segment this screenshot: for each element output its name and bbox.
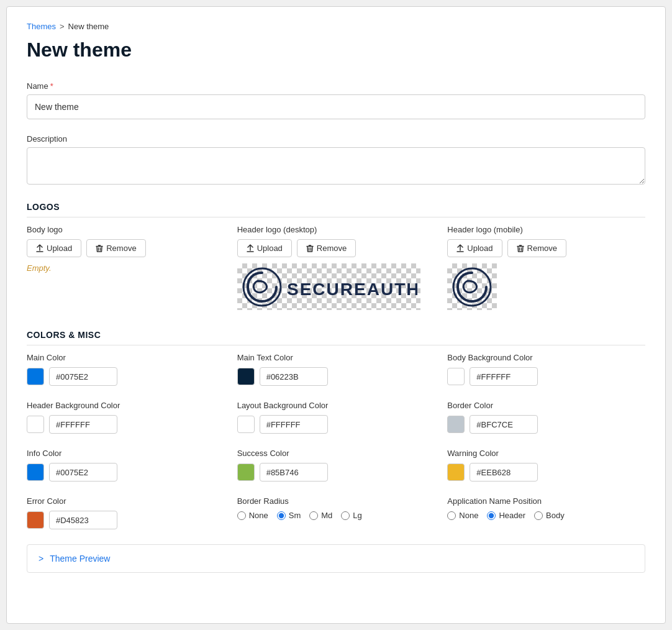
header-logo-mobile-item: Header logo (mobile) Upload Remove xyxy=(447,225,645,310)
success-color-label: Success Color xyxy=(237,449,435,458)
layout-bg-color-item: Layout Background Color xyxy=(237,401,435,434)
main-text-color-label: Main Text Color xyxy=(237,353,435,362)
chevron-right-icon: > xyxy=(39,554,43,564)
border-color-swatch[interactable] xyxy=(447,416,465,433)
upload-icon xyxy=(247,244,254,253)
main-color-row xyxy=(27,367,225,386)
theme-preview-label: Theme Preview xyxy=(50,554,110,564)
main-text-color-input[interactable] xyxy=(260,367,328,386)
header-bg-color-input[interactable] xyxy=(49,415,117,434)
body-bg-color-input[interactable] xyxy=(470,367,538,386)
body-logo-upload-btn[interactable]: Upload xyxy=(27,239,81,257)
error-color-input[interactable] xyxy=(49,511,117,529)
colors-section: COLORS & MISC Main Color Main Text Color xyxy=(27,330,645,529)
name-label: Name * xyxy=(27,81,645,91)
success-color-item: Success Color xyxy=(237,449,435,482)
page-title: New theme xyxy=(27,39,645,62)
header-logo-desktop-preview: SECUREAUTH xyxy=(237,263,420,310)
logos-section-title: LOGOS xyxy=(27,202,645,217)
main-text-color-row xyxy=(237,367,435,386)
warning-color-item: Warning Color xyxy=(447,449,645,482)
header-bg-color-row xyxy=(27,415,225,434)
header-logo-mobile-remove-btn[interactable]: Remove xyxy=(507,239,566,257)
body-bg-color-item: Body Background Color xyxy=(447,353,645,386)
error-color-item: Error Color xyxy=(27,496,225,529)
theme-preview-section[interactable]: > Theme Preview xyxy=(27,544,645,573)
success-color-input[interactable] xyxy=(260,463,328,482)
header-bg-color-swatch[interactable] xyxy=(27,416,44,433)
body-bg-color-label: Body Background Color xyxy=(447,353,645,362)
header-logo-mobile-buttons: Upload Remove xyxy=(447,239,645,257)
main-text-color-swatch[interactable] xyxy=(237,368,255,385)
border-radius-lg-option[interactable]: Lg xyxy=(341,511,361,520)
border-color-row xyxy=(447,415,645,434)
border-color-label: Border Color xyxy=(447,401,645,410)
info-color-label: Info Color xyxy=(27,449,225,458)
main-color-input[interactable] xyxy=(49,367,117,386)
header-logo-desktop-item: Header logo (desktop) Upload Remove xyxy=(237,225,435,310)
border-radius-item: Border Radius None Sm Md xyxy=(237,496,435,529)
info-color-item: Info Color xyxy=(27,449,225,482)
secureauth-icon-svg xyxy=(450,265,494,309)
layout-bg-color-input[interactable] xyxy=(260,415,328,434)
app-name-none-option[interactable]: None xyxy=(447,511,478,520)
description-input[interactable] xyxy=(27,147,645,185)
header-logo-desktop-upload-btn[interactable]: Upload xyxy=(237,239,292,257)
info-color-swatch[interactable] xyxy=(27,463,44,481)
header-logo-mobile-upload-btn[interactable]: Upload xyxy=(447,239,502,257)
name-input[interactable] xyxy=(27,94,645,119)
layout-bg-color-swatch[interactable] xyxy=(237,416,255,433)
app-name-none-radio[interactable] xyxy=(447,511,456,520)
logos-grid: Body logo Upload Remove Empty. H xyxy=(27,225,645,310)
border-radius-none-option[interactable]: None xyxy=(237,511,268,520)
border-radius-sm-option[interactable]: Sm xyxy=(277,511,301,520)
success-color-row xyxy=(237,463,435,482)
warning-color-swatch[interactable] xyxy=(447,463,465,481)
required-indicator: * xyxy=(50,81,53,91)
body-logo-remove-btn[interactable]: Remove xyxy=(86,239,145,257)
warning-color-label: Warning Color xyxy=(447,449,645,458)
warning-color-input[interactable] xyxy=(470,463,538,482)
info-color-input[interactable] xyxy=(49,463,117,482)
main-color-item: Main Color xyxy=(27,353,225,386)
breadcrumb-themes-link[interactable]: Themes xyxy=(27,22,56,31)
page-container: Themes > New theme New theme Name * Desc… xyxy=(6,6,666,624)
success-color-swatch[interactable] xyxy=(237,463,255,481)
breadcrumb-current: New theme xyxy=(68,22,109,31)
error-color-label: Error Color xyxy=(27,496,225,506)
error-color-swatch[interactable] xyxy=(27,511,44,529)
border-radius-md-radio[interactable] xyxy=(309,511,318,520)
border-radius-lg-radio[interactable] xyxy=(341,511,350,520)
info-color-row xyxy=(27,463,225,482)
upload-icon xyxy=(36,244,43,253)
border-radius-radio-group: None Sm Md Lg xyxy=(237,511,435,520)
border-color-input[interactable] xyxy=(470,415,538,434)
body-bg-color-swatch[interactable] xyxy=(447,368,465,385)
breadcrumb: Themes > New theme xyxy=(27,22,645,31)
header-logo-desktop-remove-btn[interactable]: Remove xyxy=(297,239,356,257)
header-logo-desktop-buttons: Upload Remove xyxy=(237,239,435,257)
border-radius-md-option[interactable]: Md xyxy=(309,511,332,520)
header-logo-mobile-label: Header logo (mobile) xyxy=(447,225,645,234)
colors-grid: Main Color Main Text Color Body Backgrou… xyxy=(27,353,645,529)
secureauth-logo-svg: SECUREAUTH xyxy=(240,265,417,309)
app-name-header-radio[interactable] xyxy=(487,511,496,520)
body-logo-empty: Empty. xyxy=(27,263,225,273)
main-color-label: Main Color xyxy=(27,353,225,362)
app-name-body-radio[interactable] xyxy=(534,511,543,520)
body-logo-label: Body logo xyxy=(27,225,225,234)
trash-icon xyxy=(306,244,314,253)
border-radius-none-radio[interactable] xyxy=(237,511,246,520)
border-radius-label: Border Radius xyxy=(237,496,435,506)
border-radius-sm-radio[interactable] xyxy=(277,511,286,520)
layout-bg-color-row xyxy=(237,415,435,434)
app-name-header-option[interactable]: Header xyxy=(487,511,525,520)
header-bg-color-item: Header Background Color xyxy=(27,401,225,434)
app-name-position-label: Application Name Position xyxy=(447,496,645,506)
app-name-position-item: Application Name Position None Header Bo… xyxy=(447,496,645,529)
main-color-swatch[interactable] xyxy=(27,368,44,385)
app-name-body-option[interactable]: Body xyxy=(534,511,565,520)
body-logo-item: Body logo Upload Remove Empty. xyxy=(27,225,225,310)
breadcrumb-separator: > xyxy=(60,22,65,31)
header-bg-color-label: Header Background Color xyxy=(27,401,225,410)
